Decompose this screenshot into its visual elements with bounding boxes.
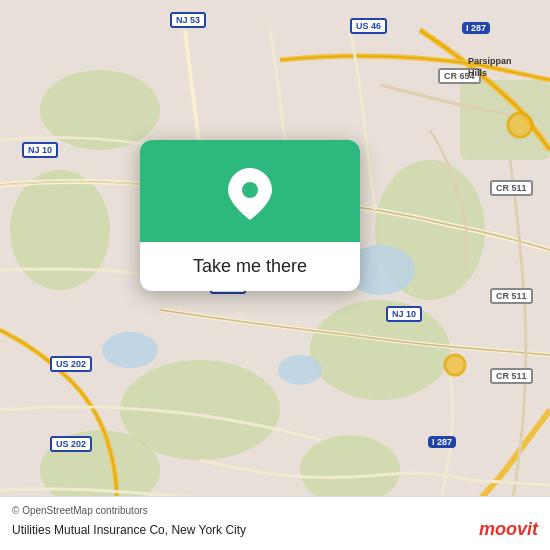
- take-me-there-label[interactable]: Take me there: [193, 256, 307, 276]
- svg-point-10: [102, 332, 158, 368]
- road-badge-nj10-right: NJ 10: [386, 306, 422, 322]
- road-badge-cr511-right: CR 511: [490, 180, 533, 196]
- road-badge-i287-top: I 287: [462, 22, 490, 34]
- road-badge-i287-bottom: I 287: [428, 436, 456, 448]
- bottom-info: Utilities Mutual Insurance Co, New York …: [12, 519, 538, 540]
- action-card-bottom[interactable]: Take me there: [140, 242, 360, 291]
- svg-point-7: [300, 435, 400, 505]
- road-badge-nj53: NJ 53: [170, 12, 206, 28]
- svg-point-11: [278, 355, 322, 385]
- moovit-logo: moovit: [479, 519, 538, 540]
- location-text: Utilities Mutual Insurance Co, New York …: [12, 523, 246, 537]
- map-container: NJ 53 US 46 I 287 CR 654 NJ 10 CR 511 NJ…: [0, 0, 550, 550]
- action-card: Take me there: [140, 140, 360, 291]
- road-badge-us202-upper: US 202: [50, 356, 92, 372]
- action-card-top: [140, 140, 360, 242]
- road-badge-us46: US 46: [350, 18, 387, 34]
- svg-point-12: [508, 113, 532, 137]
- road-badge-us202-lower: US 202: [50, 436, 92, 452]
- svg-point-14: [242, 182, 258, 198]
- bottom-bar: © OpenStreetMap contributors Utilities M…: [0, 496, 550, 550]
- attribution-text: © OpenStreetMap contributors: [12, 505, 538, 516]
- moovit-text: moovit: [479, 519, 538, 540]
- svg-point-2: [10, 170, 110, 290]
- svg-point-13: [445, 355, 465, 375]
- road-badge-cr511-lower: CR 511: [490, 368, 533, 384]
- place-label-parsippany: ParsippanHills: [468, 55, 512, 79]
- location-pin-icon: [228, 168, 272, 220]
- svg-point-3: [310, 300, 450, 400]
- road-badge-cr511-mid: CR 511: [490, 288, 533, 304]
- road-badge-nj10-left: NJ 10: [22, 142, 58, 158]
